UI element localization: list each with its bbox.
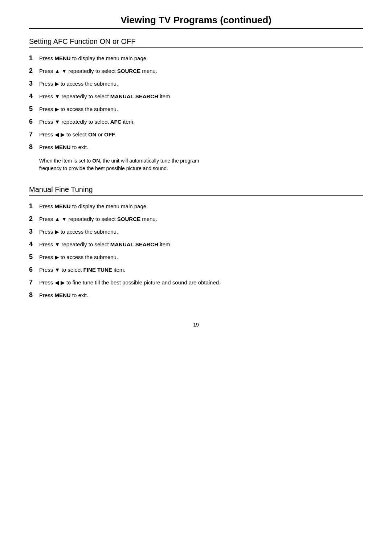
step-afc-2: 2 Press ▲ ▼ repeatedly to select SOURCE … <box>29 66 363 76</box>
section-afc-title: Setting AFC Function ON or OFF <box>29 37 363 46</box>
step-text-afc-8: Press MENU to exit. <box>39 143 88 152</box>
page-title: Viewing TV Programs (continued) <box>29 15 363 26</box>
step-text-ft-4: Press ▼ repeatedly to select MANUAL SEAR… <box>39 241 172 249</box>
step-ft-7: 7 Press ◀ ▶ to fine tune till the best p… <box>29 278 363 287</box>
step-text-ft-5: Press ▶ to access the submenu. <box>39 253 118 262</box>
section-afc-rule <box>29 47 363 48</box>
step-ft-3: 3 Press ▶ to access the submenu. <box>29 227 363 237</box>
step-number-5: 5 <box>29 104 39 114</box>
step-ft-number-8: 8 <box>29 290 39 300</box>
step-ft-2: 2 Press ▲ ▼ repeatedly to select SOURCE … <box>29 214 363 224</box>
section-fine-tuning: Manual Fine Tuning 1 Press MENU to displ… <box>29 185 363 300</box>
title-continued: (continued) <box>220 15 271 25</box>
step-afc-1: 1 Press MENU to display the menu main pa… <box>29 53 363 63</box>
step-number-1: 1 <box>29 53 39 63</box>
section-afc: Setting AFC Function ON or OFF 1 Press M… <box>29 37 363 172</box>
step-afc-4: 4 Press ▼ repeatedly to select MANUAL SE… <box>29 91 363 101</box>
step-ft-number-2: 2 <box>29 214 39 224</box>
title-text: Viewing TV Programs <box>121 15 217 25</box>
fine-tuning-steps-list: 1 Press MENU to display the menu main pa… <box>29 201 363 300</box>
step-text-afc-6: Press ▼ repeatedly to select AFC item. <box>39 118 135 126</box>
step-afc-8: 8 Press MENU to exit. <box>29 142 363 152</box>
step-number-4: 4 <box>29 91 39 101</box>
step-text-ft-8: Press MENU to exit. <box>39 291 88 300</box>
step-ft-5: 5 Press ▶ to access the submenu. <box>29 252 363 262</box>
afc-steps-list: 1 Press MENU to display the menu main pa… <box>29 53 363 152</box>
section-fine-tuning-title: Manual Fine Tuning <box>29 185 363 194</box>
step-ft-number-4: 4 <box>29 239 39 249</box>
step-number-2: 2 <box>29 66 39 76</box>
step-ft-1: 1 Press MENU to display the menu main pa… <box>29 201 363 211</box>
step-afc-3: 3 Press ▶ to access the submenu. <box>29 79 363 89</box>
step-text-ft-3: Press ▶ to access the submenu. <box>39 228 118 236</box>
step-ft-4: 4 Press ▼ repeatedly to select MANUAL SE… <box>29 239 363 249</box>
step-afc-6: 6 Press ▼ repeatedly to select AFC item. <box>29 117 363 127</box>
step-text-afc-2: Press ▲ ▼ repeatedly to select SOURCE me… <box>39 67 157 75</box>
step-number-3: 3 <box>29 79 39 89</box>
step-text-afc-5: Press ▶ to access the submenu. <box>39 105 118 114</box>
step-ft-number-6: 6 <box>29 265 39 275</box>
step-text-ft-2: Press ▲ ▼ repeatedly to select SOURCE me… <box>39 215 157 223</box>
step-ft-number-3: 3 <box>29 227 39 237</box>
step-ft-8: 8 Press MENU to exit. <box>29 290 363 300</box>
step-afc-7: 7 Press ◀ ▶ to select ON or OFF. <box>29 130 363 139</box>
step-text-afc-7: Press ◀ ▶ to select ON or OFF. <box>39 131 117 139</box>
afc-note: When the item is set to ON, the unit wil… <box>39 157 363 172</box>
step-text-afc-3: Press ▶ to access the submenu. <box>39 80 118 88</box>
step-text-ft-1: Press MENU to display the menu main page… <box>39 202 148 211</box>
step-number-6: 6 <box>29 117 39 127</box>
step-afc-5: 5 Press ▶ to access the submenu. <box>29 104 363 114</box>
page-number: 19 <box>29 322 363 328</box>
header-rule <box>29 28 363 29</box>
step-text-ft-7: Press ◀ ▶ to fine tune till the best pos… <box>39 279 220 287</box>
step-text-afc-4: Press ▼ repeatedly to select MANUAL SEAR… <box>39 93 172 101</box>
step-ft-number-1: 1 <box>29 201 39 211</box>
step-number-8: 8 <box>29 142 39 152</box>
step-text-ft-6: Press ▼ to select FINE TUNE item. <box>39 266 125 274</box>
step-ft-number-5: 5 <box>29 252 39 262</box>
step-text-afc-1: Press MENU to display the menu main page… <box>39 54 148 63</box>
section-fine-tuning-rule <box>29 195 363 196</box>
step-number-7: 7 <box>29 130 39 139</box>
step-ft-6: 6 Press ▼ to select FINE TUNE item. <box>29 265 363 275</box>
page-header: Viewing TV Programs (continued) <box>29 15 363 29</box>
step-ft-number-7: 7 <box>29 278 39 287</box>
